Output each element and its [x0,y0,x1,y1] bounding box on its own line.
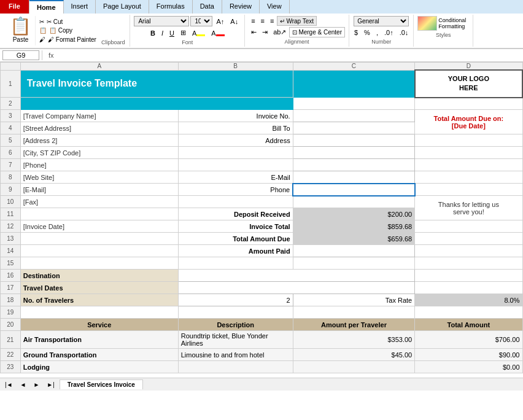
indent-inc-button[interactable]: ⇥ [260,27,270,37]
address-input[interactable] [293,134,415,147]
number-format-select[interactable]: General [354,16,409,26]
italic-button[interactable]: I [159,28,166,38]
merge-center-button[interactable]: ⊡ Merge & Center [289,27,345,37]
phone-input[interactable] [293,159,415,171]
sheet-tab-travel[interactable]: Travel Services Invoice [60,379,143,389]
sheet-nav-prev[interactable]: ◄ [18,380,29,389]
font-name-select[interactable]: Arial [134,16,189,26]
travel-dates-input[interactable] [178,282,415,294]
number-group-label: Number [371,39,391,45]
col-header-c[interactable]: C [293,63,415,71]
tab-review[interactable]: Review [222,0,260,14]
font-size-select[interactable]: 10 [190,16,212,26]
comma-button[interactable]: , [374,28,381,37]
dollar-button[interactable]: $ [352,28,360,37]
ground-transport-desc[interactable]: Limousine to and from hotel [178,349,293,361]
sheet-nav-last[interactable]: ►| [44,380,57,389]
dec-dec-button[interactable]: .0↓ [397,28,411,37]
font-grow-button[interactable]: A↑ [214,17,227,26]
sheet-nav-next[interactable]: ► [31,380,42,389]
copy-button[interactable]: 📋 📋 Copy [38,26,98,34]
cell-d14 [415,245,522,257]
cell-b10 [178,196,293,208]
per-traveler-col-header: Amount per Traveler [293,319,415,331]
conditional-formatting-label: Conditional Formatting [438,17,469,29]
sheet-nav-first[interactable]: |◄ [2,380,15,389]
corner-header [1,63,21,71]
ground-transport-per[interactable]: $45.00 [293,349,415,361]
fx-button[interactable]: fx [45,52,58,59]
bill-to-input[interactable] [293,122,415,134]
cell-d8 [415,171,522,184]
font-shrink-button[interactable]: A↓ [228,17,241,26]
title-cell[interactable]: Travel Invoice Template [20,70,293,98]
col-header-d[interactable]: D [415,63,522,71]
row-num-10: 10 [1,196,21,208]
table-row: 2 [1,98,523,110]
tab-data[interactable]: Data [193,0,222,14]
row-num-16: 16 [1,270,21,282]
tab-view[interactable]: View [260,0,290,14]
amount-paid-input[interactable] [293,245,415,257]
lodging-desc[interactable] [178,361,293,373]
dec-inc-button[interactable]: .0↑ [382,28,396,37]
num-travelers-input[interactable]: 2 [178,294,293,306]
air-transport-per[interactable]: $353.00 [293,331,415,349]
underline-button[interactable]: U [167,28,177,38]
lodging-label[interactable]: Lodging [20,361,178,373]
cell-reference[interactable]: G9 [2,50,39,60]
border-button[interactable]: ⊞ [178,28,188,38]
align-row2: ⇤ ⇥ ab↗ ⊡ Merge & Center [249,27,345,37]
orientation-button[interactable]: ab↗ [271,27,289,37]
fill-color-button[interactable]: A [190,28,207,38]
tab-formulas[interactable]: Formulas [149,0,193,14]
fax-cell[interactable]: [Fax] [20,196,178,208]
email-input[interactable] [293,171,415,184]
table-row: 12 [Invoice Date] Invoice Total $859.68 [1,220,523,233]
cut-button[interactable]: ✂ ✂ Cut [38,18,98,26]
formula-input[interactable] [58,51,521,60]
air-transport-desc[interactable]: Roundtrip ticket, Blue Yonder Airlines [178,331,293,349]
address2-cell[interactable]: [Address 2] [20,134,178,147]
invoice-date-cell[interactable]: [Invoice Date] [20,220,178,233]
lodging-total[interactable]: $0.00 [415,361,522,373]
alignment-group-label: Alignment [285,39,309,45]
cell-d12 [415,220,522,233]
font-color-button[interactable]: A [209,28,227,38]
city-cell[interactable]: [City, ST ZIP Code] [20,147,178,159]
ground-transport-label[interactable]: Ground Transportation [20,349,178,361]
amount-paid-label: Amount Paid [178,245,293,257]
col-header-a[interactable]: A [20,63,178,71]
tab-file[interactable]: File [0,0,29,14]
align-right-button[interactable]: ≡ [268,16,276,26]
website-cell[interactable]: [Web Site] [20,171,178,184]
tab-insert[interactable]: Insert [64,0,96,14]
air-transport-total[interactable]: $706.00 [415,331,522,349]
paste-button[interactable]: 📋 [10,17,31,36]
ribbon-body: 📋 Paste ✂ ✂ Cut 📋 📋 Copy 🖌 🖌 Format Pain… [0,14,523,49]
wrap-text-button[interactable]: ↵ Wrap Text [277,16,317,26]
clipboard-group: 📋 Paste ✂ ✂ Cut 📋 📋 Copy 🖌 🖌 Format Pain… [2,15,130,47]
tab-home[interactable]: Home [29,0,64,14]
phone-input-r9[interactable] [293,184,415,196]
format-painter-button[interactable]: 🖌 🖌 Format Painter [38,36,98,44]
invoice-no-input[interactable] [293,110,415,122]
company-name-cell[interactable]: [Travel Company Name] [20,110,178,122]
bold-button[interactable]: B [148,28,158,38]
email-cell[interactable]: [E-Mail] [20,184,178,196]
align-left-button[interactable]: ≡ [249,16,257,26]
percent-button[interactable]: % [362,28,373,37]
lodging-per[interactable] [293,361,415,373]
phone-cell[interactable]: [Phone] [20,159,178,171]
street-address-cell[interactable]: [Street Address] [20,122,178,134]
city-input[interactable] [293,147,415,159]
col-header-b[interactable]: B [178,63,293,71]
styles-group-label: Styles [436,32,451,38]
align-center-button[interactable]: ≡ [258,16,267,26]
indent-dec-button[interactable]: ⇤ [249,27,259,37]
air-transport-label[interactable]: Air Transportation [20,331,178,349]
tab-page-layout[interactable]: Page Layout [96,0,149,14]
table-row: 7 [Phone] [1,159,523,171]
destination-input[interactable] [178,270,415,282]
ground-transport-total[interactable]: $90.00 [415,349,522,361]
